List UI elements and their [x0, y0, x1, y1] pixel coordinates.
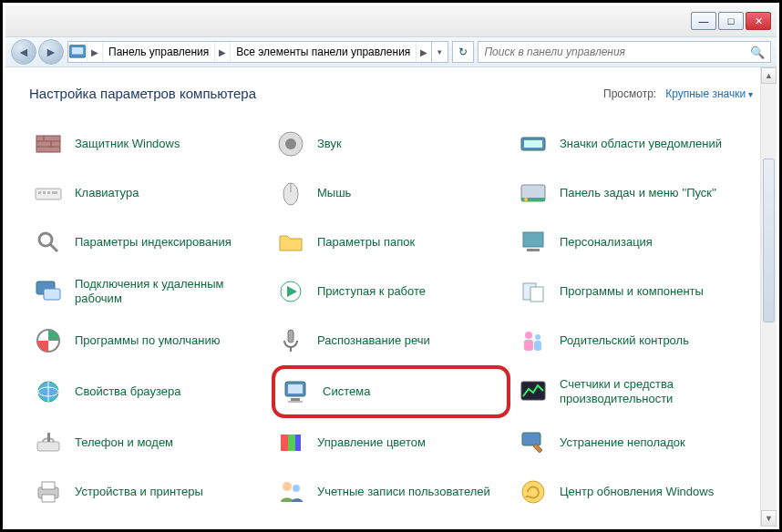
nav-forward-button[interactable]: ► [38, 39, 64, 65]
mouse-icon [275, 178, 306, 209]
control-panel-item[interactable]: Параметры индексирования [29, 218, 268, 267]
item-label: Свойства браузера [75, 384, 180, 399]
svg-rect-23 [523, 232, 543, 247]
users-icon [275, 476, 306, 507]
item-label: Звук [317, 137, 342, 151]
svg-rect-36 [524, 340, 533, 351]
control-panel-item[interactable]: Распознавание речи [272, 316, 510, 365]
keyboard-icon [33, 178, 64, 209]
chevron-right-icon: ▶ [416, 42, 431, 62]
modem-icon [33, 427, 64, 458]
svg-rect-32 [288, 330, 293, 343]
system-icon [281, 376, 312, 407]
control-panel-item[interactable]: Звук [272, 119, 510, 169]
start-icon [275, 276, 306, 307]
svg-rect-47 [47, 433, 50, 442]
control-panel-item[interactable]: Система [279, 371, 503, 413]
address-dropdown[interactable]: ▾ [431, 42, 448, 62]
svg-rect-13 [43, 191, 46, 194]
breadcrumb-root[interactable]: Панель управления [102, 42, 214, 62]
item-label: Параметры индексирования [75, 235, 232, 250]
control-panel-item[interactable]: Счетчики и средства производительности [514, 365, 753, 418]
svg-point-56 [293, 485, 300, 492]
maximize-button[interactable]: □ [718, 12, 744, 30]
defaults-icon [33, 325, 64, 356]
control-panel-item[interactable]: Устройства и принтеры [29, 467, 268, 517]
control-panel-item[interactable]: Программы по умолчанию [29, 316, 268, 365]
scroll-down-button[interactable]: ▼ [761, 510, 777, 527]
refresh-button[interactable]: ↻ [452, 41, 474, 63]
search-icon[interactable]: 🔍 [750, 46, 765, 59]
perf-icon [518, 376, 549, 407]
control-panel-item[interactable]: Телефон и модем [29, 418, 268, 467]
control-panel-item[interactable]: Свойства браузера [29, 365, 268, 418]
breadcrumb-sub[interactable]: Все элементы панели управления [230, 42, 416, 62]
svg-point-57 [522, 481, 544, 503]
svg-rect-1 [72, 47, 84, 55]
control-panel-item[interactable]: Значки области уведомлений [514, 119, 753, 169]
item-label: Параметры папок [317, 235, 415, 250]
control-panel-item[interactable]: Мышь [272, 169, 510, 218]
svg-rect-26 [44, 289, 60, 300]
scroll-thumb[interactable] [763, 159, 775, 322]
svg-rect-15 [52, 191, 57, 194]
svg-rect-44 [288, 401, 303, 403]
item-label: Подключения к удаленным рабочим [75, 277, 264, 307]
item-label: Значки области уведомлений [560, 137, 722, 151]
control-panel-item[interactable]: Устранение неполадок [514, 418, 753, 467]
search-input[interactable] [484, 46, 750, 58]
scroll-up-button[interactable]: ▲ [761, 67, 777, 84]
control-panel-item[interactable]: Клавиатура [29, 169, 268, 218]
control-panel-item[interactable]: Центр обновления Windows [514, 467, 753, 517]
item-label: Центр обновления Windows [560, 485, 714, 499]
control-panel-item[interactable]: Программы и компоненты [514, 267, 753, 316]
svg-rect-53 [42, 482, 55, 489]
control-panel-item[interactable]: Учетные записи пользователей [272, 467, 510, 517]
svg-rect-45 [521, 382, 545, 400]
control-panel-icon [68, 43, 87, 61]
taskbar-icon [518, 178, 549, 209]
svg-rect-43 [291, 398, 300, 401]
titlebar: — □ ✕ [5, 5, 777, 36]
minimize-button[interactable]: — [691, 12, 716, 30]
close-button[interactable]: ✕ [746, 12, 771, 30]
search-box[interactable]: 🔍 [478, 41, 771, 63]
item-label: Счетчики и средства производительности [560, 377, 749, 407]
item-label: Управление цветом [317, 435, 426, 450]
persona-icon [518, 227, 549, 258]
update-icon [518, 476, 549, 507]
svg-point-21 [39, 233, 52, 246]
item-label: Приступая к работе [317, 284, 426, 299]
item-label: Распознавание речи [317, 333, 430, 348]
page-title: Настройка параметров компьютера [29, 86, 256, 101]
folder-icon [275, 227, 306, 258]
nav-back-button[interactable]: ◄ [11, 39, 36, 65]
item-label: Устранение неполадок [560, 435, 685, 450]
item-label: Программы и компоненты [560, 284, 704, 299]
printer-icon [33, 476, 64, 507]
control-panel-item[interactable]: Управление цветом [272, 418, 510, 467]
item-label: Телефон и модем [75, 435, 173, 450]
svg-rect-48 [281, 435, 288, 451]
control-panel-item[interactable]: Подключения к удаленным рабочим [29, 267, 268, 316]
item-label: Защитник Windows [75, 137, 180, 151]
control-panel-item[interactable]: Защитник Windows [29, 119, 268, 169]
svg-point-55 [283, 482, 292, 491]
item-label: Система [323, 384, 370, 399]
remote-icon [33, 276, 64, 307]
control-panel-item[interactable]: Параметры папок [272, 218, 510, 267]
svg-rect-2 [36, 136, 60, 152]
item-label: Устройства и принтеры [75, 485, 203, 499]
address-bar[interactable]: ▶ Панель управления ▶ Все элементы панел… [67, 41, 448, 63]
control-panel-item[interactable]: Панель задач и меню ''Пуск'' [514, 169, 753, 218]
svg-rect-54 [42, 495, 55, 502]
brick-icon [33, 128, 64, 159]
control-panel-item[interactable]: Родительский контроль [514, 316, 753, 365]
item-label: Программы по умолчанию [75, 333, 220, 348]
tray-icon [518, 128, 549, 159]
view-mode-dropdown[interactable]: Крупные значки [665, 87, 753, 100]
control-panel-item[interactable]: Приступая к работе [272, 267, 510, 316]
item-label: Мышь [317, 186, 351, 200]
scrollbar-vertical[interactable]: ▲ ▼ [760, 67, 777, 527]
control-panel-item[interactable]: Персонализация [514, 218, 753, 267]
